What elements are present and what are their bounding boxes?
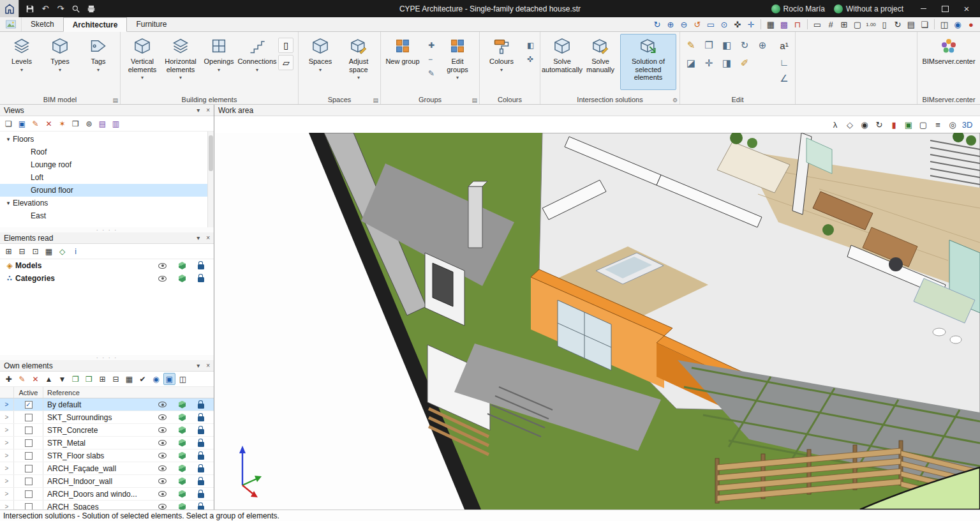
pan-icon[interactable]: ✜ — [731, 19, 744, 31]
tree-item[interactable]: Lounge roof — [0, 158, 214, 171]
move-icon[interactable]: ✛ — [701, 56, 716, 71]
visibility-eye-icon[interactable] — [158, 427, 167, 433]
row-expand-icon[interactable]: > — [0, 475, 14, 487]
panel-launcher-gear-icon[interactable]: ⚙ — [672, 97, 678, 103]
undo-icon[interactable]: ↶ — [38, 2, 52, 16]
import-elements-icon[interactable]: ❐ — [70, 373, 82, 385]
tree-expand-icon[interactable]: ▾ — [4, 136, 13, 142]
window-panes-icon[interactable]: ◫ — [938, 19, 951, 31]
lock-icon[interactable] — [198, 506, 204, 510]
object-center-icon[interactable]: ⊞ — [838, 19, 850, 31]
collapse-panel-icon[interactable]: ▾ — [197, 362, 200, 369]
new-view-icon[interactable]: ❏ — [3, 117, 15, 130]
move-up-icon[interactable]: ▲ — [43, 373, 55, 385]
solve-manually-button[interactable]: Solve manually — [582, 34, 619, 90]
isolate-view-icon[interactable]: ◉ — [150, 373, 162, 385]
offset-icon[interactable]: ◨ — [719, 56, 734, 71]
connections-button[interactable]: Connections ▾ — [239, 34, 276, 90]
new-group-button[interactable]: New group — [384, 34, 421, 90]
user-badge[interactable]: Rocío María — [771, 4, 825, 13]
model-3d-scene[interactable] — [214, 133, 980, 510]
monitor-icon[interactable]: ▢ — [917, 119, 930, 131]
layers-icon[interactable]: ≡ — [932, 119, 944, 131]
tags-button[interactable]: Tags ▾ — [80, 34, 117, 90]
model-cube-icon[interactable] — [179, 427, 186, 434]
insert-template-icon[interactable]: ▦ — [764, 19, 777, 31]
view-3d-icon[interactable]: 3D — [961, 119, 974, 131]
isometric-view-icon[interactable]: ◇ — [843, 119, 856, 131]
blocks-icon[interactable]: ▩ — [778, 19, 791, 31]
tree-item[interactable]: Roof — [0, 146, 214, 158]
visibility-eye-icon[interactable] — [158, 263, 167, 269]
tree-item[interactable]: ▾ Floors — [0, 133, 214, 146]
expand-rows-icon[interactable]: ⊞ — [96, 373, 108, 385]
table-row[interactable]: > ARCH_Spaces — [0, 501, 214, 510]
tree-item[interactable]: Ground floor — [0, 184, 214, 197]
validate-icon[interactable]: ✔ — [137, 373, 149, 385]
visibility-eye-icon[interactable] — [158, 414, 167, 420]
active-checkbox[interactable] — [25, 452, 33, 460]
print-icon[interactable] — [84, 2, 98, 16]
save-icon[interactable] — [23, 2, 37, 16]
solution-of-selected-elements-button[interactable]: Solution of selected elements — [620, 34, 676, 90]
export-elements-icon[interactable]: ❒ — [83, 373, 95, 385]
visibility-eye-icon[interactable] — [158, 276, 167, 282]
elements-read-item[interactable]: ∴ Categories — [0, 272, 214, 285]
edit-groups-button[interactable]: Edit groups ▾ — [439, 34, 476, 90]
tree-expand-icon[interactable]: ▾ — [4, 200, 13, 206]
table-row[interactable]: > ARCH_Indoor_wall — [0, 475, 214, 488]
zoom-window-icon[interactable]: ▭ — [704, 19, 717, 31]
erase-icon[interactable]: ◪ — [683, 56, 699, 71]
colour-gizmo-icon[interactable]: ✜ — [523, 53, 535, 66]
add-row-icon[interactable]: ✚ — [3, 373, 15, 385]
visibility-eye-icon[interactable] — [158, 465, 167, 471]
manage-columns-icon[interactable]: ◫ — [177, 373, 189, 385]
lock-icon[interactable] — [198, 264, 204, 269]
row-expand-icon[interactable]: > — [0, 501, 14, 510]
update-model-icon[interactable]: ◇ — [56, 245, 68, 257]
types-button[interactable]: Types ▾ — [41, 34, 78, 90]
active-checkbox[interactable] — [25, 503, 33, 510]
zoom-out-icon[interactable]: ⊖ — [678, 19, 690, 31]
modify-icon[interactable]: ✎ — [683, 38, 699, 53]
model-cube-icon[interactable] — [179, 503, 186, 510]
model-cube-icon[interactable] — [179, 275, 186, 282]
hide-elements-icon[interactable]: ◎ — [946, 119, 959, 131]
measure-length-icon[interactable]: ∟ — [776, 54, 792, 70]
active-checkbox[interactable] — [25, 401, 33, 409]
model-cube-icon[interactable] — [179, 465, 186, 472]
row-expand-icon[interactable]: > — [0, 449, 14, 462]
rotate-ucs-icon[interactable]: ↻ — [891, 19, 904, 31]
vertical-elements-button[interactable]: Vertical elements ▾ — [124, 34, 161, 90]
row-expand-icon[interactable]: > — [0, 462, 14, 474]
elements-read-item[interactable]: ◈ Models — [0, 259, 214, 272]
visibility-eye-icon[interactable] — [158, 491, 167, 497]
lock-icon[interactable] — [198, 416, 204, 421]
close-panel-icon[interactable]: × — [206, 362, 210, 369]
snap-magnet-icon[interactable]: ⊓ — [791, 19, 804, 31]
edit-view-icon[interactable]: ✎ — [29, 117, 41, 130]
active-checkbox[interactable] — [25, 465, 33, 472]
tree-item[interactable]: East — [0, 209, 214, 222]
table-row[interactable]: > STR_Floor slabs — [0, 449, 214, 462]
row-expand-icon[interactable]: > — [0, 488, 14, 500]
view-window-icon[interactable]: ▣ — [902, 119, 915, 131]
3d-viewport[interactable] — [214, 133, 980, 510]
annotate-icon[interactable]: a¹ — [776, 38, 792, 53]
remove-from-group-icon[interactable]: − — [424, 53, 436, 66]
column-grid-icon[interactable]: ▯ — [878, 19, 891, 31]
pair-expand-icon[interactable]: ⊞ — [3, 245, 15, 257]
lock-icon[interactable] — [198, 277, 204, 282]
collapse-panel-icon[interactable]: ▾ — [197, 234, 200, 241]
copy-icon[interactable]: ❐ — [701, 38, 716, 53]
match-properties-icon[interactable]: ✐ — [737, 56, 752, 71]
edit-zoom-icon[interactable]: ⊕ — [755, 38, 770, 53]
scale-icon[interactable]: 1.00 — [865, 19, 877, 31]
elevation-book-icon[interactable]: ▮ — [887, 119, 900, 131]
lock-icon[interactable] — [198, 455, 204, 460]
project-badge[interactable]: Without a project — [834, 4, 903, 13]
pillar-tool-icon[interactable]: ▯ — [278, 38, 293, 53]
close-panel-icon[interactable]: × — [206, 107, 210, 114]
panel-launcher-icon[interactable]: ▤ — [112, 97, 118, 103]
gallery-icon[interactable]: ⊚ — [83, 117, 95, 130]
